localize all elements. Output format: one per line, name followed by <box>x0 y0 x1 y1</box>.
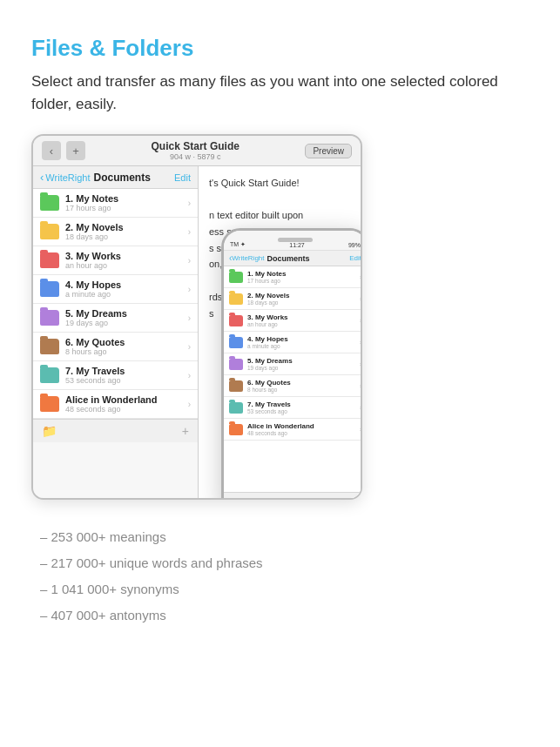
iphone-folder-icon <box>229 315 243 326</box>
iphone-list: 1. My Notes 17 hours ago › 2. My Novels … <box>224 266 362 492</box>
sidebar-item-name: 7. My Travels <box>65 366 182 376</box>
sidebar-item-name: 5. My Dreams <box>65 308 182 319</box>
ipad-toolbar-icons: ‹ + <box>42 141 85 160</box>
iphone-item-name: 2. My Novels <box>247 292 355 299</box>
iphone-item-name: 3. My Works <box>247 313 355 321</box>
iphone-add-icon[interactable]: + <box>354 498 360 501</box>
bullet-list: – 253 000+ meanings– 217 000+ unique wor… <box>40 524 529 629</box>
chevron-right-icon: › <box>188 313 191 323</box>
iphone-list-item[interactable]: 6. My Quotes 8 hours ago › <box>224 375 362 397</box>
iphone-chevron-icon: › <box>360 405 361 411</box>
iphone-list-item[interactable]: 3. My Works an hour ago › <box>224 310 362 332</box>
iphone-list-item[interactable]: 4. My Hopes a minute ago › <box>224 332 362 353</box>
iphone-item-time: 18 days ago <box>247 299 355 306</box>
ipad-sidebar-list: 1. My Notes 17 hours ago › 2. My Novels … <box>33 189 198 419</box>
iphone-list-item[interactable]: Alice in Wonderland 48 seconds ago › <box>224 419 362 441</box>
ipad-toolbar-title: Quick Start Guide 904 w · 5879 c <box>92 140 298 161</box>
iphone-item-text: 4. My Hopes a minute ago <box>247 335 355 349</box>
folder-icon <box>40 310 59 326</box>
iphone-chevron-down-icon: ⌄ <box>293 496 303 500</box>
mocks-container: ‹ + Quick Start Guide 904 w · 5879 c Pre… <box>31 134 362 500</box>
iphone-item-name: 7. My Travels <box>247 400 355 408</box>
iphone-item-text: 1. My Notes 17 hours ago <box>247 270 355 284</box>
sidebar-item-time: an hour ago <box>65 261 182 270</box>
iphone-item-text: 6. My Quotes 8 hours ago <box>247 379 355 393</box>
iphone-chevron-icon: › <box>360 274 361 280</box>
iphone-folder-icon <box>229 402 243 414</box>
sidebar-item[interactable]: 2. My Novels 18 days ago › <box>33 218 198 246</box>
sidebar-item-text: 6. My Quotes 8 hours ago <box>65 337 182 356</box>
sidebar-item-time: a minute ago <box>65 290 182 299</box>
ipad-toolbar: ‹ + Quick Start Guide 904 w · 5879 c Pre… <box>33 136 361 166</box>
iphone-chevron-icon: › <box>360 361 361 367</box>
sidebar-item-text: 5. My Dreams 19 days ago <box>65 308 182 327</box>
sidebar-item-text: 3. My Works an hour ago <box>65 251 182 270</box>
section-title: Files & Folders <box>31 35 529 62</box>
sidebar-item-name: 6. My Quotes <box>65 337 182 347</box>
iphone-item-name: 6. My Quotes <box>247 379 355 387</box>
ipad-new-icon[interactable]: + <box>66 141 85 160</box>
sidebar-item[interactable]: 3. My Works an hour ago › <box>33 246 198 275</box>
iphone-item-time: 48 seconds ago <box>247 430 355 436</box>
iphone-folder-icon: 📁 <box>231 497 243 500</box>
iphone-chevron-icon: › <box>360 318 361 324</box>
iphone-item-text: 3. My Works an hour ago <box>247 313 355 327</box>
iphone-chevron-icon: › <box>360 340 361 346</box>
sidebar-item-text: 1. My Notes 17 hours ago <box>65 193 182 212</box>
folder-icon <box>40 367 59 383</box>
iphone-folder-icon <box>229 293 243 305</box>
iphone-folder-icon <box>229 337 243 348</box>
iphone-chevron-icon: › <box>360 383 361 389</box>
iphone-item-text: 2. My Novels 18 days ago <box>247 292 355 306</box>
iphone-chevron-icon: › <box>360 296 361 302</box>
iphone-list-item[interactable]: 5. My Dreams 19 days ago › <box>224 353 362 375</box>
sidebar-item[interactable]: 1. My Notes 17 hours ago › <box>33 189 198 218</box>
iphone-item-text: Alice in Wonderland 48 seconds ago <box>247 422 355 436</box>
sidebar-item-time: 18 days ago <box>65 232 182 241</box>
iphone-item-name: Alice in Wonderland <box>247 422 355 430</box>
sidebar-item[interactable]: Alice in Wonderland 48 seconds ago › <box>33 390 198 419</box>
iphone-list-item[interactable]: 2. My Novels 18 days ago › <box>224 288 362 310</box>
folder-icon <box>40 339 59 354</box>
sidebar-item[interactable]: 6. My Quotes 8 hours ago › <box>33 333 198 361</box>
chevron-right-icon: › <box>188 371 191 380</box>
folder-icon <box>40 281 59 297</box>
iphone-folder-icon <box>229 359 243 370</box>
iphone-list-item[interactable]: 1. My Notes 17 hours ago › <box>224 266 362 288</box>
add-icon-footer[interactable]: + <box>182 424 189 438</box>
chevron-right-icon: › <box>188 342 191 352</box>
iphone-edit-button[interactable]: Edit <box>349 254 361 262</box>
iphone-list-item[interactable]: 7. My Travels 53 seconds ago › <box>224 397 362 419</box>
bullet-item: – 407 000+ antonyms <box>40 602 529 629</box>
bullet-item: – 1 041 000+ synonyms <box>40 576 529 602</box>
sidebar-item-text: Alice in Wonderland 48 seconds ago <box>65 394 182 414</box>
iphone-item-time: 17 hours ago <box>247 278 355 284</box>
chevron-right-icon: › <box>188 199 191 208</box>
iphone-item-text: 7. My Travels 53 seconds ago <box>247 400 355 414</box>
sidebar-item[interactable]: 5. My Dreams 19 days ago › <box>33 304 198 333</box>
iphone-chevron-icon: › <box>360 427 361 433</box>
sidebar-back-button[interactable]: ‹ WriteRight <box>40 171 91 184</box>
sidebar-item-time: 48 seconds ago <box>65 405 182 414</box>
folder-icon <box>40 396 59 412</box>
chevron-right-icon: › <box>188 227 191 237</box>
iphone-item-name: 1. My Notes <box>247 270 355 278</box>
sidebar-edit-button[interactable]: Edit <box>174 172 191 183</box>
iphone-item-time: 8 hours ago <box>247 387 355 393</box>
iphone-back-button[interactable]: ‹ WriteRight <box>229 253 265 263</box>
folder-icon <box>40 252 59 268</box>
bullet-item: – 217 000+ unique words and phrases <box>40 550 529 576</box>
sidebar-item[interactable]: 7. My Travels 53 seconds ago › <box>33 361 198 390</box>
ipad-sidebar: ‹ WriteRight Documents Edit 1. My Notes … <box>33 166 199 498</box>
sidebar-item[interactable]: 4. My Hopes a minute ago › <box>33 275 198 304</box>
sidebar-item-name: 3. My Works <box>65 251 182 261</box>
bullet-item: – 253 000+ meanings <box>40 524 529 550</box>
ipad-back-icon[interactable]: ‹ <box>42 141 61 160</box>
folder-icon <box>40 224 59 239</box>
iphone-item-text: 5. My Dreams 19 days ago <box>247 357 355 371</box>
preview-button[interactable]: Preview <box>305 144 352 158</box>
folder-icon <box>40 195 59 211</box>
iphone-item-time: a minute ago <box>247 343 355 349</box>
iphone-folder-icon <box>229 272 243 283</box>
ipad-mock: ‹ + Quick Start Guide 904 w · 5879 c Pre… <box>31 134 362 500</box>
